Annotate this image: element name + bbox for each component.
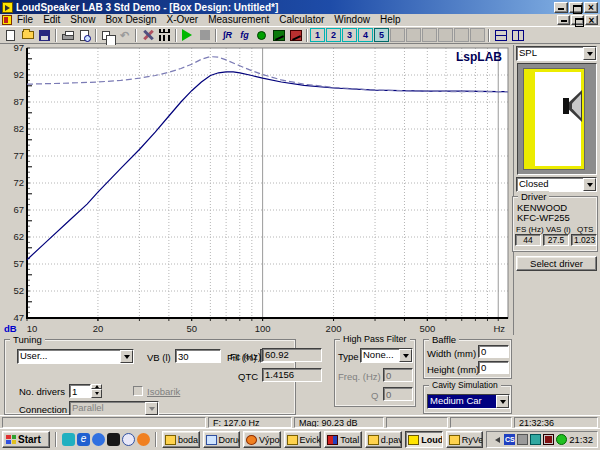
svg-text:LspLAB: LspLAB <box>456 50 502 64</box>
mdi-minimize-button[interactable] <box>557 15 570 25</box>
spl-chart-svg[interactable]: 4752576267727782879297102050100200500dBH… <box>2 45 514 335</box>
menu-box-design[interactable]: Box Design <box>100 14 161 26</box>
browser-ball-icon[interactable] <box>92 433 105 446</box>
taskbar-item-ryves[interactable]: RyVeS ... <box>446 431 484 448</box>
chevron-down-icon[interactable] <box>399 349 412 362</box>
messenger-icon[interactable] <box>62 433 75 446</box>
media-player-icon[interactable] <box>107 433 120 446</box>
open-icon[interactable] <box>19 28 36 43</box>
impedance-icon[interactable]: ∫R <box>219 28 236 43</box>
volume-icon[interactable] <box>491 434 502 445</box>
chevron-down-icon[interactable] <box>583 47 596 60</box>
record-icon[interactable] <box>253 28 270 43</box>
page-button-6 <box>390 28 405 42</box>
hpf-type-select[interactable]: None... <box>360 348 413 363</box>
taskbar-item-doruce[interactable]: Doruče... <box>203 431 241 448</box>
baffle-height-input[interactable] <box>478 361 509 374</box>
page-button-1[interactable]: 1 <box>310 28 325 42</box>
firefox-icon[interactable] <box>137 433 150 446</box>
undo-icon[interactable]: ↶ <box>116 28 133 43</box>
save-icon[interactable] <box>36 28 53 43</box>
taskbar-item-vypoce[interactable]: Výpoče... <box>243 431 281 448</box>
quick-launch: e <box>62 433 150 446</box>
tile-horizontal-icon[interactable] <box>492 28 509 43</box>
menu-calculator[interactable]: Calculator <box>274 14 329 26</box>
start-button[interactable]: Start <box>2 431 50 448</box>
tuning-mode-select[interactable]: User... <box>17 349 134 364</box>
no-drivers-input[interactable] <box>69 384 91 398</box>
new-icon[interactable] <box>2 28 19 43</box>
taskbar-item-loudspeaker-lab[interactable]: LoudS... <box>405 431 443 448</box>
select-driver-button[interactable]: Select driver <box>516 256 597 271</box>
copy-icon[interactable] <box>99 28 116 43</box>
menu-file[interactable]: File <box>12 14 38 26</box>
menu-measurement[interactable]: Measurement <box>203 14 274 26</box>
play-icon[interactable] <box>179 28 196 43</box>
menu-edit[interactable]: Edit <box>38 14 65 26</box>
stop-icon[interactable] <box>196 28 213 43</box>
folder-icon <box>287 435 298 445</box>
taskbar-item-dpavlu[interactable]: d.pavlu <box>365 431 403 448</box>
fg-icon[interactable]: fg <box>236 28 253 43</box>
taskbar-item-totalcmd[interactable]: Total C... <box>324 431 362 448</box>
close-button[interactable] <box>584 2 598 13</box>
tray-misc-icon[interactable] <box>517 434 528 445</box>
print-preview-icon[interactable] <box>76 28 93 43</box>
taskbar-item-boda[interactable]: boda <box>162 431 200 448</box>
isobarik-checkbox[interactable] <box>133 386 143 396</box>
menu-show[interactable]: Show <box>65 14 100 26</box>
tools-icon[interactable] <box>139 28 156 43</box>
mdi-close-button[interactable] <box>585 15 598 25</box>
svg-text:97: 97 <box>13 45 24 53</box>
hpf-type-value: None... <box>361 349 399 362</box>
spl-chart[interactable]: 4752576267727782879297102050100200500dBH… <box>2 45 514 335</box>
menu-window[interactable]: Window <box>329 14 375 26</box>
no-drivers-stepper[interactable] <box>69 384 102 398</box>
hpf-q-label: Q <box>371 390 378 401</box>
page-button-5[interactable]: 5 <box>374 28 389 42</box>
baffle-legend: Baffle <box>429 334 459 345</box>
driver-model: KFC-WF255 <box>517 212 570 223</box>
menu-help[interactable]: Help <box>375 14 406 26</box>
menu-xover[interactable]: X-Over <box>162 14 204 26</box>
status-frequency: F: 127.0 Hz <box>208 417 292 428</box>
chevron-down-icon[interactable] <box>120 350 133 363</box>
page-button-3[interactable]: 3 <box>342 28 357 42</box>
internet-explorer-icon[interactable]: e <box>77 433 90 446</box>
tray-led-icon[interactable] <box>556 434 567 445</box>
svg-text:20: 20 <box>93 323 104 334</box>
cavity-select[interactable]: Medium Car <box>427 394 510 409</box>
chevron-down-icon[interactable] <box>496 395 509 408</box>
hpf-freq-label: Freq. (Hz) <box>338 371 381 382</box>
tray-grid-icon[interactable] <box>543 434 554 445</box>
box-type-select[interactable]: Closed <box>516 177 597 192</box>
vb-label: VB (l) <box>147 352 171 363</box>
restore-button[interactable] <box>569 2 583 13</box>
spin-down-icon[interactable] <box>91 389 102 398</box>
tile-vertical-icon[interactable] <box>509 28 526 43</box>
app-icon[interactable] <box>2 2 13 13</box>
document-icon[interactable] <box>2 15 12 25</box>
keyboard-layout-badge[interactable]: CS <box>504 434 515 445</box>
chart-green-icon[interactable] <box>270 28 287 43</box>
baffle-height-label: Height (mm) <box>427 364 479 375</box>
driver-magnet <box>563 98 569 114</box>
mdi-restore-button[interactable] <box>571 15 584 25</box>
page-button-4[interactable]: 4 <box>358 28 373 42</box>
minimize-button[interactable] <box>554 2 568 13</box>
quicktime-icon[interactable] <box>122 433 135 446</box>
lsplab-icon <box>408 435 419 445</box>
page-button-2[interactable]: 2 <box>326 28 341 42</box>
vb-input[interactable] <box>175 349 221 363</box>
tray-misc2-icon[interactable] <box>530 434 541 445</box>
svg-text:82: 82 <box>13 123 24 134</box>
baffle-width-input[interactable] <box>478 345 509 358</box>
chevron-down-icon[interactable] <box>583 178 596 191</box>
connection-label: Connection <box>19 404 67 415</box>
taskbar-item-evicka[interactable]: Evicka <box>284 431 322 448</box>
graph-type-select[interactable]: SPL <box>516 46 597 61</box>
status-empty-1 <box>2 417 206 428</box>
chart-red-icon[interactable] <box>287 28 304 43</box>
mixer-icon[interactable] <box>156 28 173 43</box>
print-icon[interactable] <box>59 28 76 43</box>
